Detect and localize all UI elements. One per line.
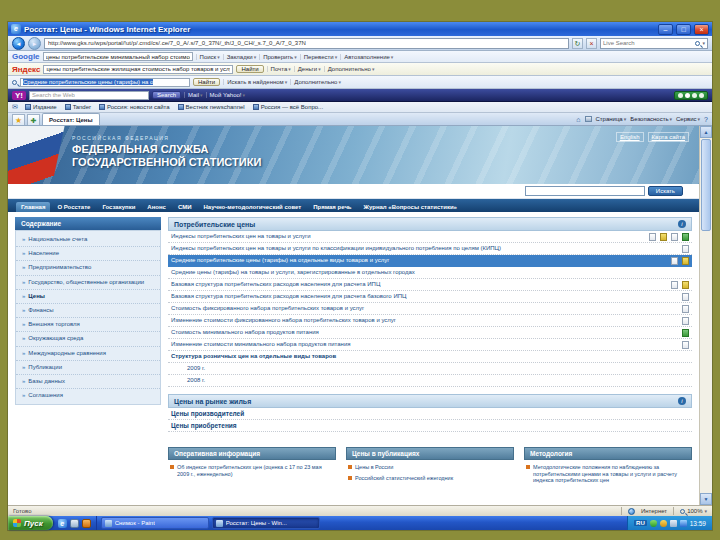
column-link[interactable]: Методологические положения по наблюдению… [526,464,690,484]
doc-file-icon[interactable] [649,233,656,241]
start-button[interactable]: Пуск [8,516,53,530]
refresh-button[interactable]: ↻ [572,38,583,49]
quick-launch-ie-icon[interactable]: e [58,519,67,528]
home-icon[interactable]: ⌂ [576,116,580,123]
yandex-find-button[interactable]: Найти [236,65,263,73]
list-item-label[interactable]: Базовая структура потребительских расход… [171,281,641,288]
toolbar-button[interactable]: Автозаполнение [340,54,396,60]
sidebar-item[interactable]: Цены [16,290,160,304]
xls-file-icon[interactable] [682,257,689,265]
list-item[interactable]: Изменение стоимости минимального набора … [168,339,692,351]
list-item[interactable]: Стоимость фиксированного набора потребит… [168,303,692,315]
query-search-field[interactable]: Средние потребительские цены (тарифы) на… [20,78,190,87]
info-icon[interactable]: i [678,220,686,228]
nav-item[interactable]: Главная [16,202,50,212]
next-track-icon[interactable] [699,93,704,98]
column-link-label[interactable]: Об индексе потребительских цен (оценка с… [177,464,334,477]
sidebar-item[interactable]: Население [16,247,160,261]
list-item-label[interactable]: 2009 г. [171,365,641,372]
stop-button[interactable]: × [586,38,597,49]
toolbar-button[interactable]: Деньги [294,66,324,72]
column-link[interactable]: Об индексе потребительских цен (оценка с… [170,464,334,477]
section-link-row[interactable]: Цены производителей [168,408,692,420]
update-icon[interactable] [660,520,667,527]
site-search-button[interactable]: Искать [648,186,683,196]
help-icon[interactable]: ? [704,116,708,123]
google-search-field[interactable]: цены потребительские минимальный набор с… [43,52,193,61]
forward-button[interactable]: ► [28,37,41,50]
toolbar-button[interactable]: Mail [184,92,206,98]
list-item[interactable]: 2009 г. [168,363,692,375]
list-item-label[interactable]: Средние потребительские цены (тарифы) на… [171,257,641,264]
scroll-up-arrow[interactable]: ▲ [700,126,712,138]
doc-file-icon[interactable] [682,317,689,325]
list-item[interactable]: Средние цены (тарифы) на товары и услуги… [168,267,692,279]
search-icon[interactable] [695,41,700,46]
list-item[interactable]: Структура розничных цен на отдельные вид… [168,351,692,363]
language-indicator[interactable]: RU [634,520,647,526]
favorites-link[interactable]: Россия: новости сайта [95,104,174,110]
toolbar-button[interactable]: Перевести [300,54,340,60]
sidebar-item[interactable]: Предпринимательство [16,261,160,275]
banner-link[interactable]: Карта сайта [648,132,689,142]
taskbar-task-button[interactable]: Росстат: Цены - Win... [212,517,320,529]
section-link-label[interactable]: Цены производителей [171,410,244,417]
close-button[interactable]: × [694,24,709,35]
list-item-label[interactable]: Изменение стоимости фиксированного набор… [171,317,641,324]
nav-item[interactable]: СМИ [173,202,197,212]
command-button[interactable]: Безопасность [630,116,672,122]
security-shield-icon[interactable] [650,520,657,527]
sidebar-item[interactable]: Национальные счета [16,233,160,247]
list-item-label[interactable]: Стоимость фиксированного набора потребит… [171,305,641,312]
command-button[interactable]: Сервис [676,116,700,122]
list-item-label[interactable]: Индексы потребительских цен на товары и … [171,233,641,240]
toolbar-button[interactable]: Почта [267,66,294,72]
list-item[interactable]: Индексы потребительских цен на товары и … [168,231,692,243]
sidebar-item[interactable]: Базы данных [16,375,160,389]
browser-tab[interactable]: Росстат: Цены [42,113,100,125]
doc-file-icon[interactable] [671,257,678,265]
toolbar-button[interactable]: Поиск [196,54,223,60]
doc-file-icon[interactable] [682,305,689,313]
play-icon[interactable] [685,93,690,98]
chart-file-icon[interactable] [682,233,689,241]
media-player-mini-toolbar[interactable] [674,91,708,100]
nav-item[interactable]: Госзакупки [97,202,140,212]
yahoo-search-button[interactable]: Search [152,91,181,99]
back-button[interactable]: ◄ [12,37,25,50]
maximize-button[interactable]: □ [676,24,691,35]
section-link-label[interactable]: Цены приобретения [171,422,237,429]
xls-file-icon[interactable] [682,281,689,289]
toolbar-button[interactable]: Проверить [259,54,300,60]
list-item-label[interactable]: Стоимость минимального набора продуктов … [171,329,641,336]
favorites-link[interactable]: Tander [61,104,95,110]
scroll-down-arrow[interactable]: ▼ [700,493,712,505]
taskbar-task-button[interactable]: Снимок - Paint [101,517,209,529]
address-bar[interactable]: http://www.gks.ru/wps/portal/!ut/p/.cmd/… [44,38,569,49]
list-item[interactable]: Стоимость минимального набора продуктов … [168,327,692,339]
list-item-label[interactable]: Индексы потребительских цен на товары и … [171,245,641,252]
yahoo-search-field[interactable]: Search the Web [29,91,149,100]
yandex-search-field[interactable]: цены потребительские жилищная стоимость … [43,65,233,74]
toolbar-button[interactable]: Закладки [223,54,259,60]
favorites-button[interactable]: ★ [12,114,25,125]
chevron-down-icon[interactable]: ▾ [702,40,705,46]
sidebar-item[interactable]: Внешняя торговля [16,318,160,332]
list-item-label[interactable]: Средние цены (тарифы) на товары и услуги… [171,269,641,276]
favorites-link[interactable]: Вестник newschannel [174,104,249,110]
network-icon[interactable] [680,520,687,527]
list-item-label[interactable]: Базовая структура потребительских расход… [171,293,641,300]
vertical-scrollbar[interactable]: ▲ ▼ [699,126,712,505]
toolbar-button[interactable]: Дополнительно [290,79,344,85]
column-link-label[interactable]: Цены в России [355,464,393,471]
list-item[interactable]: 2008 г. [168,375,692,387]
section-link-row[interactable]: Цены приобретения [168,420,692,432]
column-link-label[interactable]: Методологические положения по наблюдению… [533,464,690,484]
sidebar-item[interactable]: Государство, общественные организации [16,276,160,290]
doc-file-icon[interactable] [682,293,689,301]
nav-item[interactable]: Прямая речь [308,202,356,212]
window-titlebar[interactable]: e Росстат: Цены - Windows Internet Explo… [8,22,712,36]
live-search-box[interactable]: ▾ [600,38,708,49]
previous-track-icon[interactable] [678,93,683,98]
sidebar-item[interactable]: Публикации [16,361,160,375]
